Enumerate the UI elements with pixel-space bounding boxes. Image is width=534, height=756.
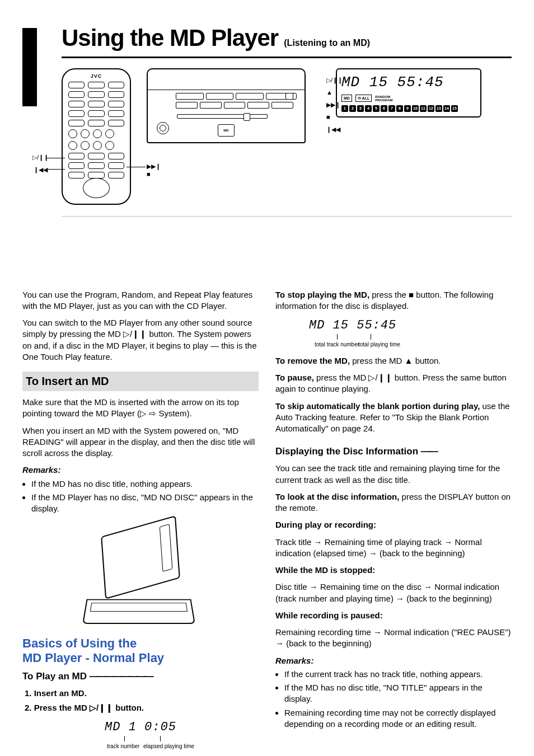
insert-remarks: If the MD has no disc title, nothing app… bbox=[22, 478, 259, 515]
lcd-figure: MD 15 55:45 MD ⟲ ALL RANDOM PROGRAM 1234… bbox=[336, 68, 481, 118]
disc-info-look: To look at the disc information, press t… bbox=[275, 491, 512, 514]
lcd-play-annotations: track number elapsed playing time bbox=[76, 736, 205, 755]
auto-tracking-text: To skip automatically the blank portion … bbox=[275, 401, 512, 435]
disc-info-seq-rec: Remaining recording time → Normal indica… bbox=[275, 627, 512, 650]
lcd-track-box: 13 bbox=[435, 105, 442, 112]
lcd-track-box: 2 bbox=[349, 105, 356, 112]
prev-track-icon: ❙◀◀ bbox=[34, 166, 48, 174]
lcd-track-box: 12 bbox=[428, 105, 434, 112]
next-track-icon: ▶▶❙ bbox=[147, 162, 161, 171]
figure-rule bbox=[62, 216, 512, 217]
stop-icon: ■ bbox=[147, 170, 151, 179]
remark-item: If the MD Player has no disc, "MD NO DIS… bbox=[31, 492, 259, 515]
lcd-stop-readout: MD 15 55:45 bbox=[309, 317, 512, 334]
lcd-md-tag: MD bbox=[341, 95, 352, 102]
lcd-track-box: 10 bbox=[412, 105, 419, 112]
remark-item: If the current track has no track title,… bbox=[284, 669, 512, 680]
step-item: 1. Insert an MD. bbox=[25, 688, 259, 699]
lcd-track-box: 9 bbox=[404, 105, 411, 112]
play-pause-icon: ▷/❙❙ bbox=[123, 329, 147, 339]
page-subtitle: (Listening to an MD) bbox=[284, 38, 370, 48]
disc-info-text: You can see the track title and remainin… bbox=[275, 463, 512, 486]
play-pause-icon: ▷/❙❙ bbox=[326, 74, 343, 86]
remote-jog bbox=[83, 178, 110, 198]
minidisc-icon bbox=[101, 516, 180, 600]
disc-info-heading: Displaying the Disc Information —— bbox=[275, 445, 512, 458]
lcd-track-box: 6 bbox=[381, 105, 387, 112]
disc-info-stop-label: While the MD is stopped: bbox=[275, 565, 512, 576]
eject-icon: ▲ bbox=[405, 356, 413, 365]
lcd-mode-tags: RANDOM PROGRAM bbox=[375, 95, 392, 102]
figures-row: JVC ▷/❙❙ ❙◀◀ ▶▶❙ bbox=[62, 68, 512, 205]
right-column: To stop playing the MD, press the ■ butt… bbox=[275, 289, 512, 756]
deck-figure-wrap: MD ▷/❙❙ ▲ ▶▶❙ ■ ❙◀◀ bbox=[147, 68, 303, 143]
play-steps: 1. Insert an MD. 2. Press the MD ▷/❙❙ bu… bbox=[25, 688, 259, 714]
prev-track-icon: ❙◀◀ bbox=[326, 123, 343, 135]
page-title-row: Using the MD Player (Listening to an MD) bbox=[62, 22, 512, 54]
remark-item: If the MD has no disc title, nothing app… bbox=[31, 478, 259, 490]
play-pause-icon: ▷/❙❙ bbox=[90, 703, 113, 712]
disc-info-remarks: If the current track has no track title,… bbox=[275, 669, 512, 730]
lcd-play-readout: MD 1 0:05 bbox=[22, 719, 259, 736]
minidisc-logo-icon: MD bbox=[218, 124, 235, 137]
remote-buttons-grid bbox=[68, 82, 124, 181]
insert-text-1: Make sure that the MD is inserted with t… bbox=[22, 397, 259, 420]
step-item: 2. Press the MD ▷/❙❙ button. bbox=[25, 702, 259, 713]
insert-heading: To Insert an MD bbox=[22, 372, 259, 391]
eject-text: To remove the MD, press the MD ▲ button. bbox=[275, 355, 512, 367]
lcd-track-boxes: 123456789101112131415 bbox=[341, 105, 476, 112]
headphone-jack-icon bbox=[157, 122, 169, 134]
eject-icon: ▲ bbox=[326, 86, 343, 98]
md-slot-icon bbox=[82, 599, 195, 624]
remark-item: Remaining recording time may not be corr… bbox=[284, 707, 512, 730]
lcd-track-box: 14 bbox=[443, 105, 450, 112]
lcd-track-box: 3 bbox=[357, 105, 364, 112]
disc-info-seq-play: Track title → Remaining time of playing … bbox=[275, 537, 512, 560]
md-insertion-figure bbox=[85, 525, 196, 625]
lcd-stop-annotations: total track number total playing time bbox=[298, 334, 427, 353]
lcd-track-box: 8 bbox=[396, 105, 403, 112]
disc-info-rec-label: While recording is paused: bbox=[275, 610, 512, 621]
pause-text: To pause, press the MD ▷/❙❙ button. Pres… bbox=[275, 372, 512, 395]
remark-item: If the MD has no disc title, "NO TITLE" … bbox=[284, 682, 512, 705]
intro-text-1: You can use the Program, Random, and Rep… bbox=[22, 289, 259, 312]
section-tab bbox=[22, 28, 37, 106]
disc-info-play-label: During play or recording: bbox=[275, 519, 512, 530]
deck-figure: MD bbox=[147, 68, 306, 143]
lcd-repeat-all-tag: ⟲ ALL bbox=[355, 95, 372, 102]
lcd-track-box: 11 bbox=[420, 105, 427, 112]
next-track-icon: ▶▶❙ bbox=[326, 98, 343, 111]
lcd-track-box: 5 bbox=[373, 105, 380, 112]
lcd-track-box: 7 bbox=[388, 105, 395, 112]
stop-icon: ■ bbox=[326, 111, 343, 123]
lcd-track-box: 4 bbox=[365, 105, 372, 112]
left-column: You can use the Program, Random, and Rep… bbox=[22, 289, 259, 756]
play-subheading: To Play an MD ———————— bbox=[22, 670, 259, 683]
intro-text-2: You can switch to the MD Player from any… bbox=[22, 317, 259, 363]
basics-heading: Basics of Using the MD Player - Normal P… bbox=[22, 636, 259, 665]
remarks-label: Remarks: bbox=[275, 655, 512, 666]
page-title: Using the MD Player bbox=[62, 25, 278, 51]
insert-text-2: When you insert an MD with the System po… bbox=[22, 425, 259, 459]
remote-figure-wrap: JVC ▷/❙❙ ❙◀◀ ▶▶❙ bbox=[62, 68, 131, 205]
lcd-track-box: 15 bbox=[451, 105, 458, 112]
title-rule bbox=[62, 57, 512, 58]
disc-info-seq-stop: Disc title → Remaining time on the disc … bbox=[275, 581, 512, 604]
lcd-main-readout: MD 15 55:45 bbox=[341, 73, 476, 92]
remote-figure: JVC bbox=[62, 68, 131, 205]
remarks-label: Remarks: bbox=[22, 464, 259, 476]
stop-icon: ■ bbox=[409, 290, 414, 299]
remote-brand: JVC bbox=[63, 73, 130, 79]
play-pause-icon: ▷/❙❙ bbox=[32, 153, 49, 162]
play-pause-icon: ▷/❙❙ bbox=[368, 373, 392, 382]
stop-text: To stop playing the MD, press the ■ butt… bbox=[275, 289, 512, 312]
deck-callouts: ▷/❙❙ ▲ ▶▶❙ ■ ❙◀◀ bbox=[326, 74, 343, 135]
